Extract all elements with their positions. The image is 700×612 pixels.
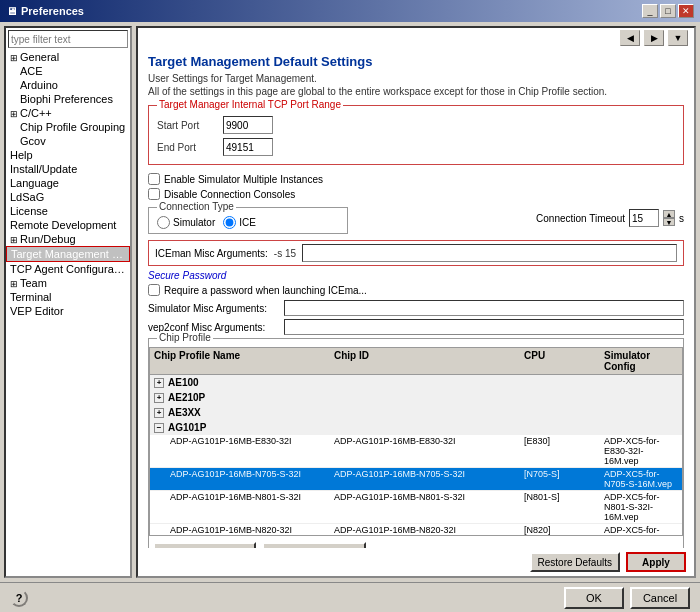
ae100-expander[interactable]: +	[154, 378, 164, 388]
sidebar-item-license[interactable]: License	[6, 204, 130, 218]
connection-timeout-label: Connection Timeout	[536, 213, 625, 224]
simulator-misc-input[interactable]	[284, 300, 684, 316]
table-row[interactable]: ADP-AG101P-16MB-N820-32I ADP-AG101P-16MB…	[150, 524, 682, 535]
connection-type-radio-row: Simulator ICE	[157, 216, 339, 229]
nav-forward-button[interactable]: ▶	[644, 30, 664, 46]
iceman-args-input[interactable]	[302, 244, 677, 262]
sidebar-item-tcp-agent[interactable]: TCP Agent Configurations	[6, 262, 130, 276]
connection-type-group: Connection Type Simulator ICE	[148, 207, 348, 234]
require-password-checkbox[interactable]	[148, 284, 160, 296]
col-cpu: CPU	[524, 350, 604, 372]
enable-simulator-checkbox[interactable]	[148, 173, 160, 185]
chip-table-header: Chip Profile Name Chip ID CPU Simulator …	[150, 348, 682, 375]
sidebar-item-target-management[interactable]: Target Management Default Se...	[6, 246, 130, 262]
sidebar-item-install-update[interactable]: Install/Update	[6, 162, 130, 176]
help-button[interactable]: ?	[10, 589, 28, 607]
frontend-selection-button[interactable]: Front-end Selection	[153, 542, 256, 548]
nav-down-button[interactable]: ▼	[668, 30, 688, 46]
sidebar-item-general[interactable]: ⊞General	[6, 50, 130, 64]
nav-back-button[interactable]: ◀	[620, 30, 640, 46]
enable-simulator-label: Enable Simulator Multiple Instances	[164, 174, 323, 185]
cell-id: ADP-AG101P-16MB-E830-32I	[334, 436, 524, 466]
cancel-button[interactable]: Cancel	[630, 587, 690, 609]
sidebar-item-ldsag[interactable]: LdSaG	[6, 190, 130, 204]
vep2conf-misc-input[interactable]	[284, 319, 684, 335]
sidebar-item-terminal[interactable]: Terminal	[6, 290, 130, 304]
sidebar-item-chip-profile-grouping[interactable]: Chip Profile Grouping	[6, 120, 130, 134]
col-chip-id: Chip ID	[334, 350, 524, 372]
disable-connection-row: Disable Connection Consoles	[148, 188, 684, 200]
ae210p-expander[interactable]: +	[154, 393, 164, 403]
ae3xx-expander[interactable]: +	[154, 408, 164, 418]
col-profile-name: Chip Profile Name	[154, 350, 334, 372]
tcp-port-range-label: Target Manager Internal TCP Port Range	[157, 99, 343, 110]
secure-password-section: Secure Password Require a password when …	[148, 270, 684, 296]
cell-cpu: [E830]	[524, 436, 604, 466]
restore-defaults-button[interactable]: Restore Defaults	[530, 552, 620, 572]
panel-title: Target Management Default Settings	[148, 54, 684, 69]
iceman-args-value: -s 15	[274, 248, 296, 259]
table-row[interactable]: ADP-AG101P-16MB-E830-32I ADP-AG101P-16MB…	[150, 435, 682, 468]
group-ae100[interactable]: +AE100	[150, 375, 682, 390]
sidebar-item-remote-development[interactable]: Remote Development	[6, 218, 130, 232]
connection-timeout-section: Connection Timeout ▲ ▼ s	[536, 207, 684, 227]
simulator-misc-row: Simulator Misc Arguments:	[148, 300, 684, 316]
timeout-spinner: ▲ ▼	[663, 210, 675, 226]
timeout-spinner-up[interactable]: ▲	[663, 210, 675, 218]
sidebar-item-language[interactable]: Language	[6, 176, 130, 190]
cell-name: ADP-AG101P-16MB-E830-32I	[154, 436, 334, 466]
sidebar-item-biophi[interactable]: Biophi Preferences	[6, 92, 130, 106]
start-port-row: Start Port	[157, 116, 675, 134]
col-sim-config: Simulator Config	[604, 350, 678, 372]
panel-bottom-actions: Restore Defaults Apply	[138, 548, 694, 576]
disable-connection-checkbox[interactable]	[148, 188, 160, 200]
ag101p-expander[interactable]: −	[154, 423, 164, 433]
sidebar-item-cpp[interactable]: ⊞C/C++	[6, 106, 130, 120]
secure-password-label: Secure Password	[148, 270, 684, 281]
group-ae3xx[interactable]: +AE3XX	[150, 405, 682, 420]
table-row[interactable]: ADP-AG101P-16MB-N705-S-32I ADP-AG101P-16…	[150, 468, 682, 491]
sidebar-item-ace[interactable]: ACE	[6, 64, 130, 78]
sidebar-item-vep-editor[interactable]: VEP Editor	[6, 304, 130, 318]
group-ag101p[interactable]: −AG101P	[150, 420, 682, 435]
cell-cpu: [N801-S]	[524, 492, 604, 522]
table-row[interactable]: ADP-AG101P-16MB-N801-S-32I ADP-AG101P-16…	[150, 491, 682, 524]
end-port-input[interactable]	[223, 138, 273, 156]
setup-system-calls-button[interactable]: Setup System Calls	[262, 542, 365, 548]
disable-connection-label: Disable Connection Consoles	[164, 189, 295, 200]
sidebar: ⊞General ACE Arduino Biophi Preferences …	[4, 26, 132, 578]
sidebar-item-arduino[interactable]: Arduino	[6, 78, 130, 92]
group-ae210p[interactable]: +AE210P	[150, 390, 682, 405]
chip-table: Chip Profile Name Chip ID CPU Simulator …	[149, 347, 683, 536]
sidebar-item-gcov[interactable]: Gcov	[6, 134, 130, 148]
close-button[interactable]: ✕	[678, 4, 694, 18]
radio-simulator[interactable]: Simulator	[157, 216, 215, 229]
connection-timeout-input[interactable]	[629, 209, 659, 227]
panel-subtitle: User Settings for Target Management.	[148, 73, 684, 84]
sidebar-item-help[interactable]: Help	[6, 148, 130, 162]
sidebar-item-team[interactable]: ⊞Team	[6, 276, 130, 290]
cell-name: ADP-AG101P-16MB-N820-32I	[154, 525, 334, 535]
window-bottom: ? OK Cancel	[0, 582, 700, 612]
chip-profile-group: Chip Profile Chip Profile Name Chip ID C…	[148, 338, 684, 548]
sidebar-item-run-debug[interactable]: ⊞Run/Debug	[6, 232, 130, 246]
ok-button[interactable]: OK	[564, 587, 624, 609]
tcp-port-range-group: Target Manager Internal TCP Port Range S…	[148, 105, 684, 165]
cell-sim: ADP-XC5-for-E830-32I-16M.vep	[604, 436, 678, 466]
radio-simulator-input[interactable]	[157, 216, 170, 229]
minimize-button[interactable]: _	[642, 4, 658, 18]
vep2conf-misc-label: vep2conf Misc Arguments:	[148, 322, 278, 333]
radio-ice[interactable]: ICE	[223, 216, 256, 229]
maximize-button[interactable]: □	[660, 4, 676, 18]
end-port-label: End Port	[157, 142, 217, 153]
sidebar-search-input[interactable]	[8, 30, 128, 48]
simulator-misc-label: Simulator Misc Arguments:	[148, 303, 278, 314]
connection-type-label: Connection Type	[157, 201, 236, 212]
start-port-input[interactable]	[223, 116, 273, 134]
cell-id: ADP-AG101P-16MB-N820-32I	[334, 525, 524, 535]
radio-ice-input[interactable]	[223, 216, 236, 229]
cell-cpu: [N705-S]	[524, 469, 604, 489]
apply-button[interactable]: Apply	[626, 552, 686, 572]
chip-panel-buttons: Front-end Selection Setup System Calls	[149, 542, 683, 548]
timeout-spinner-down[interactable]: ▼	[663, 218, 675, 226]
